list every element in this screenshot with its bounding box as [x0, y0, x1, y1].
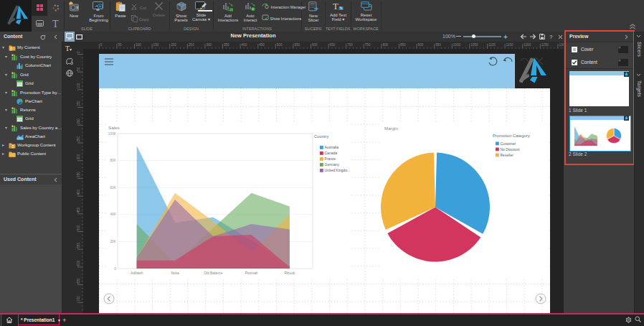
- svg-text:50: 50: [77, 67, 80, 71]
- svg-text:400: 400: [242, 43, 247, 47]
- svg-text:300: 300: [206, 43, 212, 47]
- svg-text:650: 650: [330, 43, 336, 47]
- svg-text:Australia: Australia: [325, 145, 339, 149]
- svg-text:700: 700: [347, 43, 353, 47]
- svg-text:150: 150: [153, 43, 159, 47]
- svg-text:0: 0: [114, 267, 116, 271]
- svg-text:60K: 60K: [110, 186, 116, 190]
- svg-text:1250: 1250: [541, 43, 549, 47]
- svg-text:650: 650: [77, 278, 80, 284]
- svg-text:100: 100: [136, 43, 141, 47]
- svg-text:100K: 100K: [108, 132, 117, 136]
- svg-text:1100: 1100: [488, 43, 496, 47]
- svg-text:T: T: [333, 1, 338, 11]
- svg-text:80K: 80K: [110, 159, 116, 162]
- svg-text:700: 700: [77, 296, 80, 302]
- svg-text:1050: 1050: [470, 43, 478, 47]
- svg-text:150: 150: [77, 101, 80, 106]
- svg-text:Country: Country: [314, 134, 328, 139]
- svg-text:900: 900: [418, 43, 424, 47]
- svg-text:No Discount: No Discount: [501, 147, 521, 152]
- svg-text:200: 200: [171, 43, 176, 47]
- svg-text:500: 500: [277, 43, 283, 47]
- svg-text:Old Balance: Old Balance: [204, 271, 222, 275]
- svg-text:450: 450: [77, 207, 80, 213]
- svg-text:600: 600: [77, 260, 80, 266]
- svg-text:0: 0: [100, 43, 103, 47]
- svg-text:1000: 1000: [453, 43, 461, 47]
- svg-text:1150: 1150: [506, 43, 513, 47]
- svg-text:250: 250: [189, 43, 194, 47]
- svg-text:Poomah: Poomah: [245, 271, 258, 275]
- svg-text:✎: ✎: [340, 6, 343, 10]
- svg-text:100: 100: [77, 83, 80, 88]
- svg-text:950: 950: [435, 43, 441, 47]
- svg-text:Adihash: Adihash: [131, 271, 143, 275]
- svg-text:Promotion Category: Promotion Category: [493, 134, 530, 138]
- svg-text:Reseller: Reseller: [501, 153, 514, 157]
- svg-text:550: 550: [294, 43, 300, 47]
- svg-text:1200: 1200: [524, 43, 531, 47]
- svg-text:Ribuck: Ribuck: [285, 271, 295, 275]
- svg-text:300: 300: [77, 154, 80, 159]
- svg-text:Margin: Margin: [384, 126, 398, 131]
- svg-text:France: France: [325, 157, 336, 161]
- svg-text:Canada: Canada: [325, 151, 338, 155]
- svg-text:200: 200: [77, 118, 80, 124]
- svg-text:600: 600: [312, 43, 318, 47]
- svg-text:20K: 20K: [110, 240, 116, 243]
- svg-text:350: 350: [224, 43, 229, 47]
- svg-text:Customer: Customer: [501, 141, 516, 146]
- svg-text:400: 400: [77, 189, 80, 195]
- svg-text:250: 250: [77, 136, 80, 141]
- svg-text:750: 750: [365, 43, 371, 47]
- svg-text:United Kingdo...: United Kingdo...: [325, 168, 351, 172]
- svg-text:50: 50: [118, 43, 122, 47]
- svg-text:40K: 40K: [110, 213, 116, 216]
- svg-text:Sales: Sales: [108, 125, 119, 130]
- svg-text:800: 800: [382, 43, 388, 47]
- svg-text:550: 550: [77, 243, 80, 248]
- svg-text:Germany: Germany: [325, 162, 340, 167]
- svg-text:1300: 1300: [559, 43, 564, 47]
- svg-text:350: 350: [77, 172, 80, 177]
- svg-text:450: 450: [259, 43, 265, 47]
- svg-text:850: 850: [400, 43, 406, 47]
- svg-text:Nuka: Nuka: [171, 271, 179, 275]
- svg-text:0: 0: [77, 51, 80, 53]
- svg-text:500: 500: [77, 225, 80, 230]
